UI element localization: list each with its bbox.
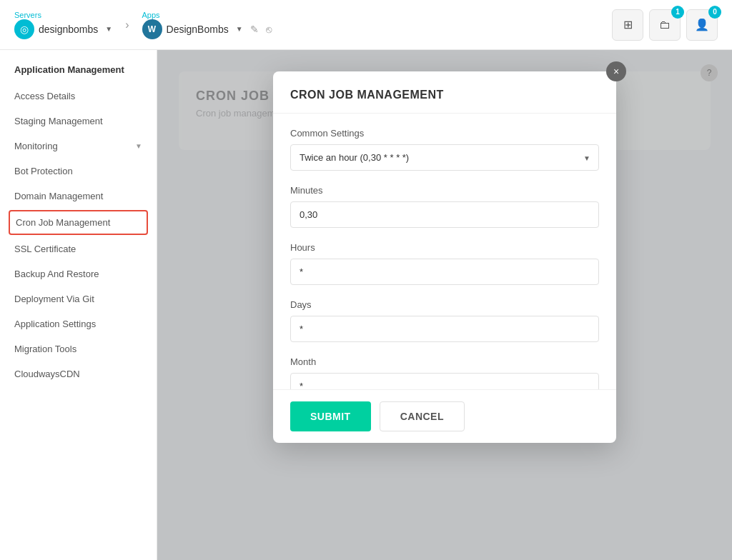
server-icon: ◎	[14, 19, 34, 39]
edit-icon[interactable]: ✎	[250, 24, 259, 35]
minutes-label: Minutes	[290, 185, 599, 196]
days-label: Days	[290, 299, 599, 310]
users-badge: 0	[708, 6, 721, 19]
days-group: Days	[290, 299, 599, 342]
grid-view-button[interactable]: ⊞	[612, 9, 643, 41]
files-badge: 1	[671, 6, 684, 19]
minutes-input[interactable]	[290, 201, 599, 228]
breadcrumb: Servers ◎ designbombs ▼ › Apps W DesignB…	[14, 11, 272, 39]
modal-title: CRON JOB MANAGEMENT	[290, 89, 599, 101]
sidebar-label-application-settings: Application Settings	[14, 319, 96, 329]
sidebar-label-ssl-certificate: SSL Certificate	[14, 244, 76, 254]
sidebar-label-access-details: Access Details	[14, 91, 75, 101]
sidebar-item-domain-management[interactable]: Domain Management	[0, 184, 157, 209]
sidebar-item-ssl-certificate[interactable]: SSL Certificate	[0, 236, 157, 261]
days-input[interactable]	[290, 316, 599, 342]
sidebar-label-monitoring: Monitoring	[14, 141, 58, 151]
sidebar-item-monitoring[interactable]: Monitoring ▼	[0, 134, 157, 159]
hours-input[interactable]	[290, 259, 599, 285]
modal-container: × CRON JOB MANAGEMENT Common Settings Tw…	[273, 71, 616, 443]
server-name: designbombs	[39, 24, 98, 35]
modal-footer: SUBMIT CANCEL	[273, 389, 616, 443]
close-icon: ×	[613, 66, 619, 77]
modal-body: Common Settings Twice an hour (0,30 * * …	[273, 114, 616, 389]
modal-overlay: × CRON JOB MANAGEMENT Common Settings Tw…	[157, 50, 732, 560]
sidebar-item-migration-tools[interactable]: Migration Tools	[0, 336, 157, 361]
server-chevron-icon: ▼	[105, 25, 112, 33]
modal-close-button[interactable]: ×	[606, 61, 626, 81]
sidebar-label-cloudwayscdn: CloudwaysCDN	[14, 369, 80, 379]
topbar: Servers ◎ designbombs ▼ › Apps W DesignB…	[0, 0, 732, 50]
common-settings-select[interactable]: Twice an hour (0,30 * * * *) Once an hou…	[290, 144, 599, 171]
sidebar-label-cron-job-management: Cron Job Management	[16, 217, 110, 228]
sidebar-item-staging-management[interactable]: Staging Management	[0, 109, 157, 134]
submit-button[interactable]: SUBMIT	[290, 401, 371, 431]
breadcrumb-separator: ›	[125, 19, 129, 31]
month-group: Month	[290, 356, 599, 389]
app-breadcrumb-item[interactable]: W DesignBombs ▼ ✎ ⎋	[142, 19, 272, 39]
common-settings-label: Common Settings	[290, 128, 599, 139]
sidebar-item-backup-and-restore[interactable]: Backup And Restore	[0, 261, 157, 286]
sidebar-item-cron-job-management[interactable]: Cron Job Management	[9, 210, 148, 235]
month-label: Month	[290, 356, 599, 367]
sidebar-section-title: Application Management	[0, 64, 157, 84]
common-settings-group: Common Settings Twice an hour (0,30 * * …	[290, 128, 599, 171]
wordpress-icon: W	[142, 19, 162, 39]
grid-icon: ⊞	[623, 18, 633, 31]
sidebar-label-deployment-via-git: Deployment Via Git	[14, 294, 94, 304]
minutes-group: Minutes	[290, 185, 599, 228]
server-breadcrumb-item[interactable]: ◎ designbombs ▼	[14, 19, 112, 39]
main-layout: Application Management Access Details St…	[0, 50, 732, 560]
files-button[interactable]: 🗀 1	[649, 9, 681, 41]
sidebar-item-deployment-via-git[interactable]: Deployment Via Git	[0, 286, 157, 311]
hours-label: Hours	[290, 242, 599, 253]
app-name: DesignBombs	[167, 24, 229, 35]
app-chevron-icon: ▼	[236, 25, 243, 33]
sidebar-label-migration-tools: Migration Tools	[14, 344, 76, 354]
monitoring-chevron-icon: ▼	[135, 142, 142, 150]
common-settings-select-wrapper: Twice an hour (0,30 * * * *) Once an hou…	[290, 144, 599, 171]
modal-header: CRON JOB MANAGEMENT	[273, 71, 616, 114]
sidebar-item-access-details[interactable]: Access Details	[0, 84, 157, 109]
cancel-button[interactable]: CANCEL	[380, 401, 465, 431]
sidebar-item-bot-protection[interactable]: Bot Protection	[0, 159, 157, 184]
sidebar-label-backup-and-restore: Backup And Restore	[14, 269, 99, 279]
folder-icon: 🗀	[659, 19, 671, 31]
content-area: CRON JOB MANAGEMENT Cron job management …	[157, 50, 732, 560]
users-button[interactable]: 👤 0	[686, 9, 718, 41]
external-link-icon[interactable]: ⎋	[266, 24, 272, 35]
servers-section: Servers ◎ designbombs ▼	[14, 11, 112, 39]
apps-section: Apps W DesignBombs ▼ ✎ ⎋	[142, 11, 272, 39]
users-icon: 👤	[695, 18, 709, 31]
month-input[interactable]	[290, 373, 599, 389]
top-actions: ⊞ 🗀 1 👤 0	[612, 9, 718, 41]
sidebar: Application Management Access Details St…	[0, 50, 157, 560]
sidebar-item-application-settings[interactable]: Application Settings	[0, 311, 157, 336]
hours-group: Hours	[290, 242, 599, 285]
sidebar-label-staging-management: Staging Management	[14, 116, 103, 126]
apps-label: Apps	[142, 11, 272, 19]
servers-label: Servers	[14, 11, 112, 19]
sidebar-label-domain-management: Domain Management	[14, 191, 103, 201]
sidebar-item-cloudwayscdn[interactable]: CloudwaysCDN	[0, 361, 157, 386]
sidebar-label-bot-protection: Bot Protection	[14, 166, 73, 176]
